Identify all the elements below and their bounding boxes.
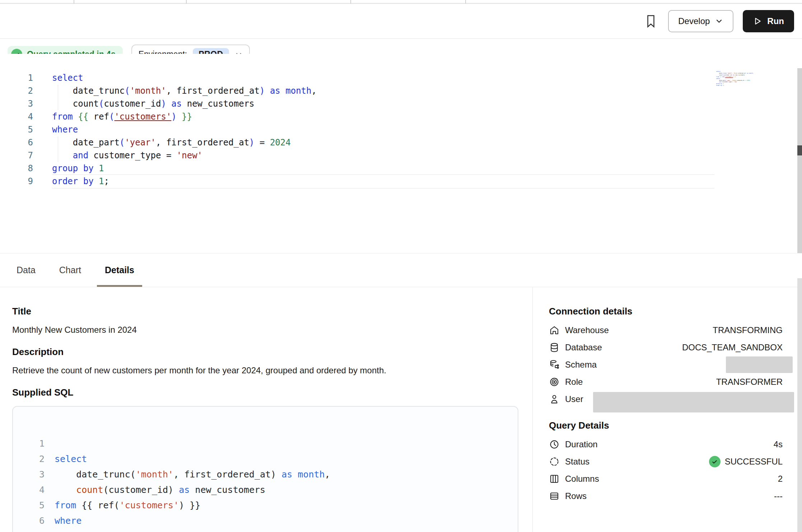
results-tab-bar: DataChartDetails — [0, 253, 802, 287]
tab-details[interactable]: Details — [100, 253, 139, 287]
editor-code[interactable]: select date_trunc('month', first_ordered… — [52, 71, 317, 188]
redacted-value — [726, 356, 793, 373]
connection-row: User — [549, 391, 783, 408]
line-number: 7 — [0, 149, 33, 162]
status-value: SUCCESSFUL — [709, 456, 783, 467]
results-scrollbar[interactable] — [797, 278, 802, 532]
code-line[interactable]: date_part('year', first_ordered_at) = 20… — [52, 136, 317, 149]
code-line[interactable]: order by 1; — [52, 175, 317, 188]
code-line[interactable]: from {{ ref('customers') }} — [52, 110, 317, 123]
sql-card-line: 1 select — [13, 420, 518, 436]
line-number: 4 — [0, 110, 33, 123]
supplied-sql-code-block: 1 select 2 date_trunc('month', first_ord… — [12, 406, 518, 532]
query-detail-label: Status — [565, 457, 709, 467]
loader-icon — [549, 456, 560, 467]
code-line[interactable]: and customer_type = 'new' — [52, 149, 317, 162]
connection-label: User — [565, 394, 593, 404]
description-heading: Description — [12, 346, 518, 358]
query-detail-label: Rows — [565, 491, 774, 501]
line-number: 5 — [0, 123, 33, 136]
query-details-heading: Query Details — [549, 420, 783, 431]
sql-card-line: 4 from {{ ref('customers') }} — [13, 467, 518, 482]
connection-details-panel: Connection details Warehouse TRANSFORMIN… — [532, 288, 802, 532]
connection-label: Role — [565, 377, 716, 387]
tab-chart[interactable]: Chart — [54, 253, 86, 287]
connection-label: Schema — [565, 360, 726, 370]
connection-row: Database DOCS_TEAM_SANDBOX — [549, 339, 783, 356]
sql-card-line: 2 date_trunc('month', first_ordered_at) … — [13, 436, 518, 451]
supplied-sql-heading: Supplied SQL — [12, 387, 518, 398]
line-number: 6 — [0, 136, 33, 149]
connection-row: Schema — [549, 356, 783, 373]
header-toolbar: Develop Run — [0, 4, 802, 39]
query-detail-value: 2 — [778, 474, 783, 484]
line-number: 8 — [0, 162, 33, 175]
title-value: Monthly New Customers in 2024 — [12, 325, 518, 335]
code-line[interactable]: group by 1 — [52, 162, 317, 175]
role-icon — [549, 377, 560, 387]
line-number: 3 — [0, 97, 33, 110]
connection-label: Warehouse — [565, 325, 713, 335]
connection-rows: Warehouse TRANSFORMING Database DOCS_TEA… — [549, 322, 783, 408]
connection-row: Warehouse TRANSFORMING — [549, 322, 783, 339]
line-number: 9 — [0, 175, 33, 188]
query-detail-label: Columns — [565, 474, 778, 484]
code-line[interactable]: where — [52, 123, 317, 136]
connection-label: Database — [565, 342, 682, 353]
tab-separator — [350, 0, 351, 4]
run-label: Run — [767, 16, 784, 26]
query-detail-value: 4s — [774, 439, 783, 449]
tab-data[interactable]: Data — [11, 253, 41, 287]
connection-value: TRANSFORMER — [716, 377, 783, 387]
sql-card-line: 8 group by 1 — [13, 528, 518, 532]
warehouse-icon — [549, 325, 560, 336]
rows-icon — [549, 491, 560, 501]
columns-icon — [549, 473, 560, 484]
connection-details-heading: Connection details — [549, 306, 783, 317]
editor-scrollbar-thumb[interactable] — [797, 145, 802, 155]
sql-card-line: 5 where — [13, 482, 518, 498]
sql-editor[interactable]: 123456789 select date_trunc('month', fir… — [0, 54, 802, 253]
line-number: 2 — [0, 84, 33, 97]
connection-value: DOCS_TEAM_SANDBOX — [682, 342, 783, 353]
develop-dropdown-button[interactable]: Develop — [668, 10, 733, 32]
description-value: Retrieve the count of new customers per … — [12, 365, 518, 375]
details-panel: Title Monthly New Customers in 2024 Desc… — [12, 306, 518, 532]
query-detail-row: Columns 2 — [549, 470, 783, 487]
connection-row: Role TRANSFORMER — [549, 373, 783, 391]
user-icon — [549, 394, 560, 405]
title-heading: Title — [12, 306, 518, 317]
schema-icon — [549, 359, 560, 370]
query-detail-row: Rows --- — [549, 487, 783, 505]
query-detail-row: Status SUCCESSFUL — [549, 453, 783, 470]
editor-scrollbar[interactable] — [797, 68, 802, 253]
tab-separator — [465, 0, 466, 4]
sql-card-line: 3 count(customer_id) as new_customers — [13, 451, 518, 467]
tab-separator — [74, 0, 74, 4]
code-line[interactable]: select — [52, 71, 317, 84]
play-icon — [753, 17, 762, 26]
develop-label: Develop — [678, 16, 710, 26]
editor-minimap[interactable]: select date_trunc('month', first_ordered… — [716, 71, 759, 87]
redacted-value — [593, 392, 794, 412]
chevron-down-icon — [715, 17, 723, 25]
query-detail-label: Duration — [565, 439, 774, 449]
query-detail-row: Duration 4s — [549, 436, 783, 453]
sql-card-line: 6 date_part('year', first_ordered_at) = … — [13, 498, 518, 513]
code-line[interactable]: count(customer_id) as new_customers — [52, 97, 317, 110]
tab-separator — [186, 0, 187, 4]
query-detail-value: --- — [774, 491, 783, 501]
minimap-line: order by 1; — [716, 85, 759, 87]
top-file-tab-strip[interactable] — [0, 0, 802, 4]
run-button[interactable]: Run — [743, 10, 794, 32]
editor-line-numbers: 123456789 — [0, 71, 33, 188]
query-details-rows: Duration 4s Status SUCCESSFUL Columns 2 … — [549, 436, 783, 505]
sql-card-line: 7 and customer_type = 'new' — [13, 513, 518, 528]
success-check-icon — [709, 456, 721, 467]
code-line[interactable]: date_trunc('month', first_ordered_at) as… — [52, 84, 317, 97]
clock-icon — [549, 439, 560, 450]
database-icon — [549, 342, 560, 353]
connection-value: TRANSFORMING — [713, 325, 783, 335]
bookmark-icon[interactable] — [643, 13, 659, 29]
line-number: 1 — [0, 71, 33, 84]
